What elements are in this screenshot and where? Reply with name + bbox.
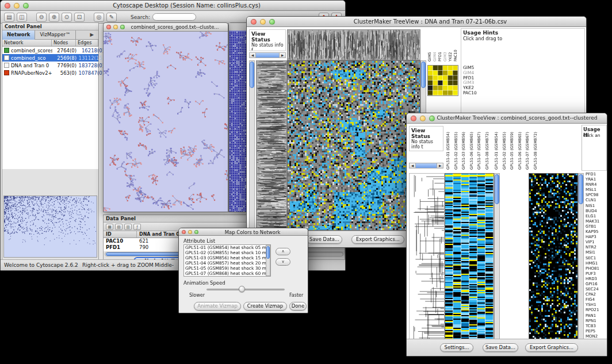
zoom-out-icon[interactable]: ⊖: [36, 13, 47, 22]
attribute-item[interactable]: GPL51-01 (GSM854) heat shock 05 min: [184, 245, 270, 250]
function-icon[interactable]: ƒ: [133, 224, 141, 230]
expression-heatmap-canvas[interactable]: [287, 60, 420, 231]
scrollbar-thumb[interactable]: [495, 174, 499, 204]
open-icon[interactable]: ▤: [4, 13, 14, 22]
done-button[interactable]: Done: [289, 302, 307, 311]
scrollbar-thumb[interactable]: [579, 174, 583, 204]
annotation-icon[interactable]: ✎: [106, 13, 117, 22]
gene-label[interactable]: NIS1: [586, 204, 607, 209]
mini-h-scrollbar[interactable]: ◀ ▶: [249, 52, 286, 58]
gene-label[interactable]: ELG1: [586, 214, 607, 219]
gene-label[interactable]: BUD4: [586, 209, 607, 214]
tab-overflow-arrow[interactable]: ▶: [85, 30, 98, 40]
treeview-dna-titlebar[interactable]: ClusterMaker TreeView : DNA and Tran 07-…: [247, 17, 586, 27]
settings-button[interactable]: Settings...: [440, 343, 473, 352]
close-button[interactable]: [5, 3, 10, 9]
network-row[interactable]: combined_scores 2764(0) 16218(0): [2, 47, 98, 54]
gene-label[interactable]: VIP1: [586, 240, 607, 245]
scroll-right-arrow[interactable]: ▶: [279, 53, 285, 58]
network-canvas[interactable]: [104, 32, 228, 212]
heatmap-vscrollbar[interactable]: [494, 173, 500, 340]
save-data-button[interactable]: Save Data...: [483, 343, 518, 352]
scrollbar-track[interactable]: [416, 163, 437, 168]
gene-dendrogram-canvas[interactable]: [256, 60, 287, 231]
expression-heatmap-canvas[interactable]: [445, 173, 494, 340]
network-overview-thumbnail[interactable]: [3, 196, 97, 258]
gene-label[interactable]: HAP3: [586, 235, 607, 240]
gene-label[interactable]: HRD3: [586, 277, 607, 282]
close-button[interactable]: [182, 230, 186, 234]
close-button[interactable]: [251, 19, 257, 25]
scrollbar-track[interactable]: [256, 53, 279, 58]
move-up-button[interactable]: ∧: [276, 248, 290, 255]
gene-label[interactable]: FIG4: [586, 297, 607, 302]
secondary-vscrollbar[interactable]: [578, 173, 584, 340]
zoom-button[interactable]: [23, 3, 29, 9]
correlation-matrix-canvas[interactable]: [427, 65, 458, 96]
export-graphics-button[interactable]: Export Graphics...: [525, 343, 578, 352]
minimize-button[interactable]: [420, 116, 426, 121]
tab-network[interactable]: Network: [2, 30, 35, 40]
gene-label[interactable]: PAN1: [586, 313, 607, 319]
attribute-item[interactable]: GPL51-02 (GSM855) heat shock 10 min: [184, 250, 270, 255]
gene-label[interactable]: SEC1: [586, 256, 607, 261]
gene-label[interactable]: PEP5: [586, 329, 607, 334]
minimize-button[interactable]: [14, 3, 20, 9]
gene-label[interactable]: PUF3: [586, 271, 607, 277]
gene-label[interactable]: PHO81: [586, 266, 607, 271]
scroll-left-arrow[interactable]: ◀: [250, 53, 256, 58]
minimize-button[interactable]: [113, 25, 118, 29]
gene-label[interactable]: YRA1: [586, 177, 607, 182]
gene-label[interactable]: YSH1: [586, 302, 607, 308]
select-attributes-icon[interactable]: ▦: [106, 224, 113, 230]
create-vizmap-button[interactable]: Create Vizmap: [243, 302, 287, 311]
animation-speed-slider[interactable]: [206, 289, 285, 290]
main-titlebar[interactable]: Cytoscape Desktop (Session Name: collins…: [1, 1, 345, 11]
gene-label[interactable]: GTB1: [586, 224, 607, 229]
gene-label[interactable]: SPC98: [586, 193, 607, 198]
gene-label[interactable]: KAP95: [586, 229, 607, 235]
attribute-item[interactable]: GPL51-04 (GSM857) heat shock 20 min: [184, 260, 270, 266]
network-row-selected[interactable]: combined_sco 2569(8) 13112(15): [2, 54, 98, 62]
zoom-fit-icon[interactable]: ⊡: [74, 13, 85, 22]
zoom-in-icon[interactable]: ⊕: [49, 13, 59, 22]
tab-vizmapper[interactable]: VizMapper™: [35, 30, 75, 40]
scroll-left-arrow[interactable]: ◀: [410, 163, 416, 168]
minimize-button[interactable]: [260, 19, 266, 25]
scrollbar-thumb[interactable]: [266, 246, 270, 259]
gene-label[interactable]: GPI16: [586, 282, 607, 287]
gene-label[interactable]: PFD1: [586, 172, 607, 177]
close-button[interactable]: [106, 25, 111, 29]
gene-tree-vscrollbar[interactable]: [249, 60, 255, 229]
attribute-item[interactable]: GPL51-03 (GSM856) heat shock 15 min: [184, 255, 270, 260]
attribute-item[interactable]: GPL51-07 (GSM868) heat shock 60 min: [184, 271, 270, 276]
close-button[interactable]: [411, 116, 416, 121]
gene-label[interactable]: MAK31: [586, 219, 607, 224]
overview-canvas[interactable]: [4, 196, 97, 257]
zoom-selected-icon[interactable]: ⊙: [62, 13, 72, 22]
move-down-button[interactable]: ∨: [276, 258, 290, 266]
gene-label[interactable]: MSL1: [586, 187, 607, 193]
scrollbar-thumb[interactable]: [250, 62, 254, 88]
zoom-button[interactable]: [120, 25, 125, 29]
dialog-titlebar[interactable]: Map Colors to Network: [179, 228, 308, 236]
attribute-list-scrollbar[interactable]: [266, 245, 270, 276]
snapshot-icon[interactable]: ◎: [94, 13, 104, 22]
gene-label[interactable]: RPO21: [586, 308, 607, 313]
scrollbar-thumb[interactable]: [421, 62, 426, 88]
gene-label[interactable]: SEC24: [586, 287, 607, 292]
gene-label[interactable]: HMG1: [586, 261, 607, 266]
create-attribute-icon[interactable]: ▧: [115, 224, 123, 230]
gene-label[interactable]: RNR4: [586, 182, 607, 187]
network-row[interactable]: DNA and Tran 0 7769(0) 183728(0): [2, 62, 98, 69]
array-dendrogram-canvas[interactable]: [287, 29, 420, 60]
minimize-button[interactable]: [188, 230, 192, 234]
network-row[interactable]: RNAPuberNov2+ 563(0) 107847(0): [2, 69, 98, 76]
id-column-header[interactable]: ID: [104, 231, 137, 237]
zoom-button[interactable]: [194, 230, 198, 234]
secondary-heatmap-canvas[interactable]: [529, 173, 578, 340]
network-view-titlebar[interactable]: combined_scores_good.txt--cluste...: [104, 23, 228, 32]
gene-label[interactable]: CPA2: [586, 292, 607, 297]
search-input[interactable]: [152, 13, 196, 21]
gene-label[interactable]: TCB3: [586, 324, 607, 329]
